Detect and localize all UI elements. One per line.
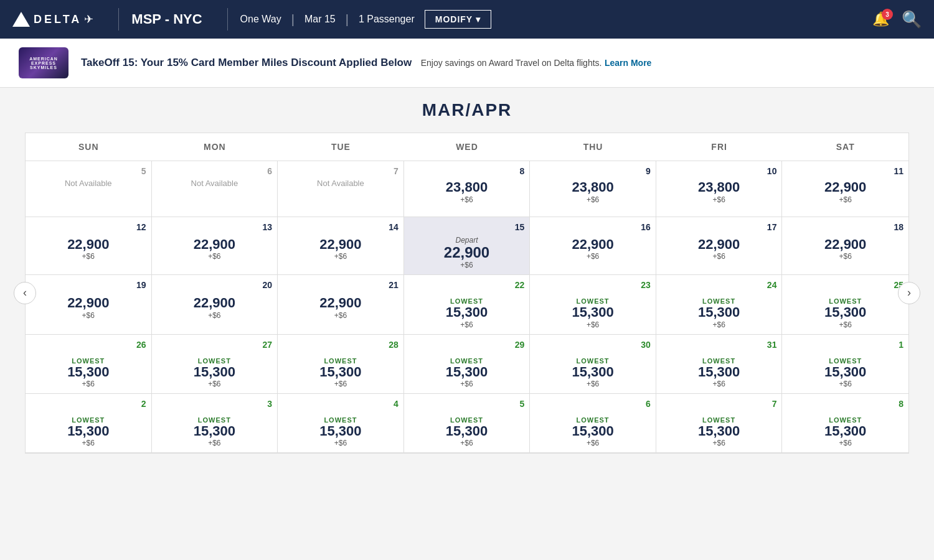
calendar-cell[interactable]: 1922,900+$6 (26, 275, 152, 334)
cell-date-number: 8 (899, 399, 903, 409)
lowest-cell-content: LOWEST15,300+$6 (787, 280, 903, 329)
miles-value: 15,300 (698, 365, 740, 380)
miles-value: 15,300 (67, 424, 109, 439)
promo-banner: AMERICAN EXPRESS SKYMILES TakeOff 15: Yo… (0, 39, 934, 88)
lowest-label: LOWEST (324, 416, 357, 424)
lowest-cell-content: LOWEST15,300+$6 (661, 280, 777, 329)
calendar-cell[interactable]: 7LOWEST15,300+$6 (656, 394, 783, 453)
header-divider-2 (227, 8, 228, 30)
calendar-cell[interactable]: 5LOWEST15,300+$6 (404, 394, 531, 453)
fee-value: +$6 (587, 439, 599, 447)
fee-value: +$6 (334, 380, 347, 388)
fee-value: +$6 (334, 311, 347, 320)
calendar-cell[interactable]: 1822,900+$6 (782, 217, 908, 275)
calendar-cell[interactable]: 1LOWEST15,300+$6 (782, 335, 908, 394)
calendar-cell[interactable]: 1023,800+$6 (656, 161, 783, 217)
calendar-cell[interactable]: 15Depart22,900+$6 (404, 217, 531, 275)
calendar-cell[interactable]: 6LOWEST15,300+$6 (530, 394, 656, 453)
search-button[interactable]: 🔍 (902, 10, 922, 29)
cell-date-number: 27 (263, 340, 273, 350)
calendar-cell[interactable]: 2LOWEST15,300+$6 (26, 394, 152, 453)
calendar-cell[interactable]: 23LOWEST15,300+$6 (530, 275, 656, 334)
calendar-cell[interactable]: 823,800+$6 (404, 161, 531, 217)
day-header-sat: SAT (782, 133, 908, 161)
calendar-cell[interactable]: 1322,900+$6 (152, 217, 278, 275)
calendar-cell[interactable]: 29LOWEST15,300+$6 (404, 335, 531, 394)
learn-more-link[interactable]: Learn More (605, 58, 651, 68)
calendar-cell[interactable]: 6Not Available (152, 161, 278, 217)
chevron-right-icon: › (907, 286, 911, 299)
lowest-cell-content: LOWEST15,300+$6 (409, 399, 525, 447)
notification-button[interactable]: 🔔 3 (872, 11, 889, 27)
miles-cell-content: 23,800+$6 (661, 166, 777, 212)
miles-value: 15,300 (698, 424, 740, 439)
miles-value: 22,900 (698, 237, 740, 252)
header-right: 🔔 3 🔍 (872, 10, 922, 29)
cell-date-number: 26 (136, 340, 146, 350)
fee-value: +$6 (839, 320, 852, 329)
lowest-cell-content: LOWEST15,300+$6 (535, 340, 651, 388)
fee-value: +$6 (82, 439, 95, 447)
cell-date-number: 9 (646, 166, 651, 176)
prev-month-button[interactable]: ‹ (14, 282, 36, 304)
miles-value: 15,300 (194, 365, 235, 380)
calendar-cell[interactable]: 26LOWEST15,300+$6 (26, 335, 152, 394)
miles-value: 23,800 (572, 180, 613, 195)
cell-date-number: 22 (515, 280, 525, 290)
calendar-cell[interactable]: 24LOWEST15,300+$6 (656, 275, 783, 334)
calendar-cell[interactable]: 5Not Available (26, 161, 152, 217)
banner-sub-text: Enjoy savings on Award Travel on Delta f… (421, 58, 602, 68)
calendar-cell[interactable]: 7Not Available (278, 161, 404, 217)
calendar-cell[interactable]: 923,800+$6 (530, 161, 656, 217)
calendar-cell[interactable]: 28LOWEST15,300+$6 (278, 335, 404, 394)
calendar-body: 5Not Available6Not Available7Not Availab… (26, 161, 908, 453)
calendar-cell[interactable]: 3LOWEST15,300+$6 (152, 394, 278, 453)
card-label: AMERICAN EXPRESS SKYMILES (19, 57, 68, 70)
calendar-cell[interactable]: 22LOWEST15,300+$6 (404, 275, 531, 334)
miles-cell-content: 22,900+$6 (787, 166, 903, 212)
cell-date-number: 28 (389, 340, 399, 350)
miles-value: 23,800 (446, 180, 488, 195)
calendar-cell[interactable]: 2022,900+$6 (152, 275, 278, 334)
calendar-cell[interactable]: 31LOWEST15,300+$6 (656, 335, 783, 394)
miles-value: 15,300 (572, 424, 613, 439)
calendar-cell[interactable]: 27LOWEST15,300+$6 (152, 335, 278, 394)
miles-value: 15,300 (572, 365, 613, 380)
calendar-cell[interactable]: 1622,900+$6 (530, 217, 656, 275)
miles-value: 15,300 (824, 365, 866, 380)
fee-value: +$6 (334, 252, 347, 261)
miles-value: 15,300 (319, 424, 361, 439)
calendar-cell[interactable]: 1222,900+$6 (26, 217, 152, 275)
miles-value: 22,900 (194, 237, 235, 252)
calendar-cell[interactable]: 1722,900+$6 (656, 217, 783, 275)
miles-value: 22,900 (319, 296, 361, 310)
delta-triangle-icon (12, 12, 30, 27)
cell-date-number: 14 (389, 222, 399, 232)
day-header-fri: FRI (656, 133, 783, 161)
next-month-button[interactable]: › (898, 282, 920, 304)
day-header-tue: TUE (278, 133, 404, 161)
calendar-cell[interactable]: 1122,900+$6 (782, 161, 908, 217)
calendar-cell[interactable]: 8LOWEST15,300+$6 (782, 394, 908, 453)
fee-value: +$6 (839, 252, 852, 261)
calendar-cell[interactable]: 1422,900+$6 (278, 217, 404, 275)
modify-button[interactable]: MODIFY ▾ (425, 10, 491, 29)
cell-date-number: 8 (519, 166, 524, 176)
miles-cell-content: 22,900+$6 (31, 222, 146, 269)
calendar-cell[interactable]: 2122,900+$6 (278, 275, 404, 334)
search-icon: 🔍 (902, 10, 922, 29)
calendar-cell[interactable]: 4LOWEST15,300+$6 (278, 394, 404, 453)
cell-date-number: 7 (772, 399, 777, 409)
depart-cell-content: Depart22,900+$6 (409, 222, 525, 269)
fee-value: +$6 (587, 380, 599, 388)
calendar-cell[interactable]: 30LOWEST15,300+$6 (530, 335, 656, 394)
not-available-text: Not Available (157, 179, 273, 188)
fee-value: +$6 (460, 195, 473, 204)
cell-date-number: 23 (641, 280, 651, 290)
fee-value: +$6 (460, 380, 473, 388)
fee-value: +$6 (712, 195, 725, 204)
travel-date: Mar 15 (304, 14, 336, 25)
cell-date-number: 2 (141, 399, 146, 409)
calendar-cell[interactable]: 25LOWEST15,300+$6 (782, 275, 908, 334)
day-header-sun: SUN (26, 133, 152, 161)
